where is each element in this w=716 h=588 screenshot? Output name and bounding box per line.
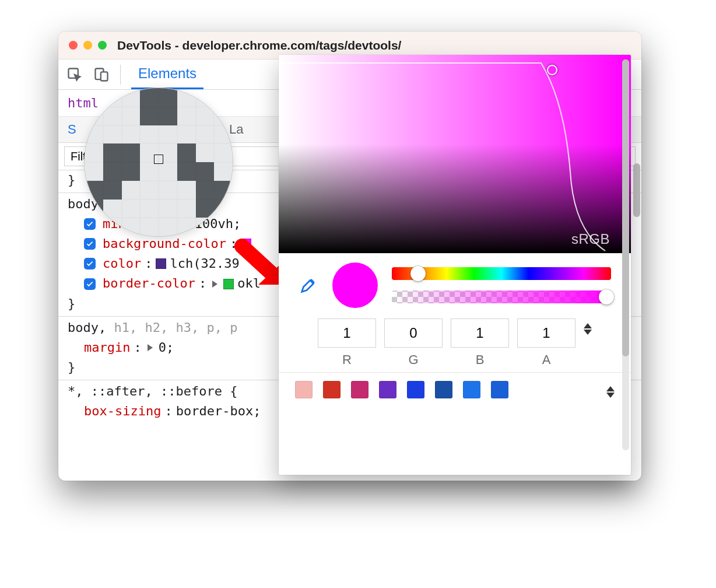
picker-controls [279,253,631,313]
window-title: DevTools - developer.chrome.com/tags/dev… [117,38,401,52]
palette-swatch[interactable] [295,381,313,398]
b-input[interactable] [451,318,509,348]
inspect-element-icon[interactable] [66,66,83,83]
b-label: B [476,352,485,368]
alpha-slider[interactable] [392,290,611,303]
spectrum-handle[interactable] [547,65,557,75]
palette-swatch[interactable] [435,381,452,398]
window-controls [69,41,107,50]
eyedropper-magnifier[interactable] [84,88,233,237]
current-color-swatch [332,262,378,308]
palette-swatch[interactable] [463,381,480,398]
svg-rect-2 [101,72,108,80]
chevron-up-icon[interactable] [584,323,592,328]
palette-swatch[interactable] [491,381,508,398]
color-swatch-icon[interactable] [241,239,251,249]
palette-swatch[interactable] [407,381,424,398]
srgb-boundary-icon [279,55,631,253]
checkbox-icon[interactable] [84,278,96,290]
r-label: R [342,352,352,368]
palette-swatch[interactable] [351,381,368,398]
toolbar-divider [120,65,121,85]
chevron-down-icon[interactable] [606,393,615,398]
expand-icon[interactable] [148,344,153,351]
magnifier-cursor [155,155,163,163]
a-input[interactable] [517,318,575,348]
expand-icon[interactable] [212,281,217,288]
eyedropper-icon[interactable] [299,275,318,295]
scrollbar[interactable] [633,163,640,217]
format-stepper[interactable] [584,318,592,335]
rgba-inputs: R G B A [279,313,631,372]
palette-swatch[interactable] [379,381,396,398]
gamut-label: sRGB [571,231,610,247]
checkbox-icon[interactable] [84,218,96,230]
g-input[interactable] [384,318,443,348]
subtab-layout-partial[interactable]: La [229,122,243,137]
color-swatch-icon[interactable] [223,279,234,289]
checkbox-icon[interactable] [84,238,96,250]
hue-thumb[interactable] [410,266,426,281]
alpha-thumb[interactable] [599,289,614,304]
checkbox-icon[interactable] [84,258,96,270]
palette-swatch[interactable] [323,381,341,398]
color-picker: sRGB R G B [279,55,631,475]
r-input[interactable] [318,318,376,348]
tab-elements[interactable]: Elements [131,60,203,89]
close-window-icon[interactable] [69,41,78,50]
hue-slider[interactable] [392,267,611,280]
minimize-window-icon[interactable] [83,41,92,50]
palette-row [279,372,631,407]
device-toggle-icon[interactable] [93,66,110,83]
g-label: G [408,352,418,368]
a-label: A [542,352,551,368]
chevron-down-icon[interactable] [584,330,592,335]
subtab-styles-partial[interactable]: S [68,122,76,137]
palette-stepper[interactable] [606,382,615,398]
maximize-window-icon[interactable] [98,41,107,50]
chevron-up-icon[interactable] [606,386,615,391]
color-swatch-icon[interactable] [156,258,166,269]
spectrum-canvas[interactable]: sRGB [279,55,631,253]
scrollbar-thumb[interactable] [622,60,629,356]
scrollbar[interactable] [622,60,629,450]
